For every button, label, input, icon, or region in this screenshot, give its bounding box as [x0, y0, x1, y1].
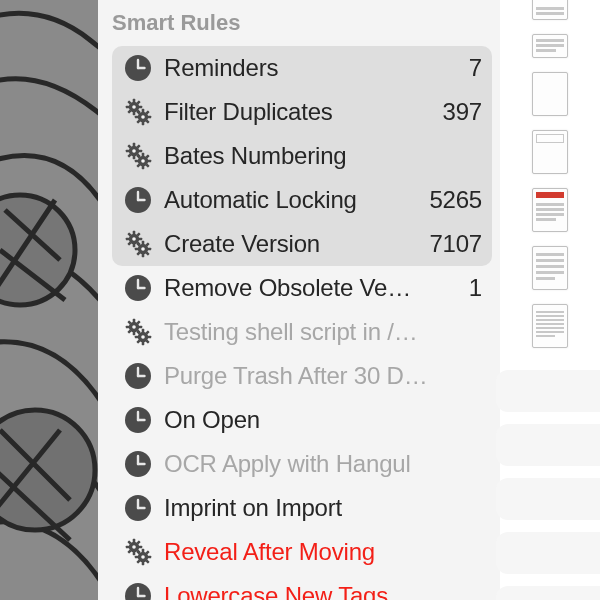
gears-icon — [124, 142, 152, 170]
clock-icon — [124, 494, 152, 522]
smart-rule-item[interactable]: Remove Obsolete Ve…1 — [112, 266, 492, 310]
document-thumbnails: @ — [500, 0, 600, 348]
rule-label: On Open — [164, 406, 482, 434]
list-row-placeholder — [496, 424, 600, 466]
rule-count: 397 — [443, 98, 482, 126]
list-rows — [500, 348, 600, 600]
smart-rule-item[interactable]: On Open — [112, 398, 492, 442]
thumb-blank[interactable] — [532, 72, 568, 116]
smart-rule-item[interactable]: Bates Numbering — [112, 134, 492, 178]
clock-icon — [124, 54, 152, 82]
section-title: Smart Rules — [98, 0, 500, 46]
smart-rule-item[interactable]: Imprint on Import — [112, 486, 492, 530]
clock-icon — [124, 274, 152, 302]
smart-rule-item[interactable]: Testing shell script in /… — [112, 310, 492, 354]
thumb-head[interactable] — [532, 130, 568, 174]
smart-rules-panel: Smart Rules Reminders7Filter Duplicates3… — [98, 0, 500, 600]
desktop-wallpaper — [0, 0, 98, 600]
thumb-text[interactable] — [532, 304, 568, 348]
smart-rule-item[interactable]: Lowercase New Tags — [112, 574, 492, 600]
rule-label: Bates Numbering — [164, 142, 482, 170]
rule-label: Reveal After Moving — [164, 538, 482, 566]
smart-rule-item[interactable]: Reveal After Moving — [112, 530, 492, 574]
rule-label: Reminders — [164, 54, 457, 82]
rule-count: 7 — [469, 54, 482, 82]
rule-label: Create Version — [164, 230, 417, 258]
gears-icon — [124, 318, 152, 346]
thumb-at[interactable]: @ — [532, 0, 568, 20]
rule-label: Automatic Locking — [164, 186, 417, 214]
clock-icon — [124, 450, 152, 478]
rule-label: Purge Trash After 30 D… — [164, 362, 482, 390]
clock-icon — [124, 406, 152, 434]
gears-icon — [124, 230, 152, 258]
smart-rule-item[interactable]: Create Version7107 — [112, 222, 492, 266]
rule-label: Lowercase New Tags — [164, 582, 482, 600]
rule-count: 7107 — [429, 230, 482, 258]
rule-label: Testing shell script in /… — [164, 318, 482, 346]
thumb-red[interactable] — [532, 188, 568, 232]
smart-rule-item[interactable]: Reminders7 — [112, 46, 492, 90]
list-row-placeholder — [496, 586, 600, 600]
thumb-lines[interactable] — [532, 246, 568, 290]
clock-icon — [124, 362, 152, 390]
clock-icon — [124, 186, 152, 214]
smart-rule-item[interactable]: Filter Duplicates397 — [112, 90, 492, 134]
clock-icon — [124, 582, 152, 600]
smart-rule-item[interactable]: OCR Apply with Hangul — [112, 442, 492, 486]
gears-icon — [124, 98, 152, 126]
list-row-placeholder — [496, 370, 600, 412]
list-row-placeholder — [496, 532, 600, 574]
thumb-note[interactable] — [532, 34, 568, 58]
selection-block: Reminders7Filter Duplicates397Bates Numb… — [112, 46, 492, 266]
smart-rules-list: Reminders7Filter Duplicates397Bates Numb… — [98, 46, 500, 600]
rule-count: 5265 — [429, 186, 482, 214]
svg-point-2 — [0, 410, 95, 530]
rule-label: Imprint on Import — [164, 494, 482, 522]
rule-count: 1 — [469, 274, 482, 302]
rule-label: Remove Obsolete Ve… — [164, 274, 457, 302]
gears-icon — [124, 538, 152, 566]
rule-label: OCR Apply with Hangul — [164, 450, 482, 478]
rule-label: Filter Duplicates — [164, 98, 431, 126]
smart-rule-item[interactable]: Purge Trash After 30 D… — [112, 354, 492, 398]
smart-rule-item[interactable]: Automatic Locking5265 — [112, 178, 492, 222]
list-row-placeholder — [496, 478, 600, 520]
preview-column: @ — [500, 0, 600, 600]
